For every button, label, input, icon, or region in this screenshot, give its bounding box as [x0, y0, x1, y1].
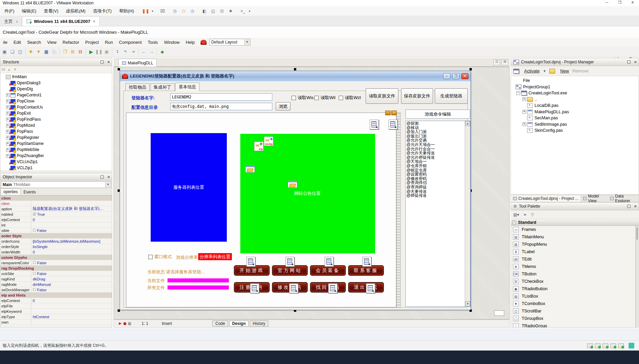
delphi-menu-item[interactable]: Refactor [60, 39, 82, 46]
sep[interactable] [155, 7, 158, 15]
move-down-icon[interactable]: ▼ [13, 67, 17, 72]
palette-item[interactable]: ▤ TMainMenu [511, 233, 635, 241]
close-icon[interactable]: ✕ [107, 175, 110, 179]
new-item-icon[interactable]: ✚ [27, 48, 35, 56]
cursor-icon[interactable]: ➢ [523, 212, 527, 217]
game-button[interactable]: 联系客服 [348, 265, 384, 276]
delphi-menu-item[interactable]: Tools [145, 39, 161, 46]
game-button[interactable]: 官方网站 [272, 265, 308, 276]
property-row[interactable]: order Style [0, 233, 112, 239]
game-button[interactable]: 会员装备 [310, 265, 346, 276]
config-dir-input[interactable]: 包含config.dat, main.png [170, 103, 272, 110]
structure-tree-item[interactable]: VCLUnZip1 [0, 159, 112, 165]
expand-icon[interactable] [522, 129, 526, 132]
palette-category-standard[interactable]: Standard [511, 219, 639, 226]
open-dialog-component-icon[interactable] [245, 165, 255, 173]
dock-toggle-icon[interactable]: ⊡ [493, 59, 500, 65]
structure-tree-item[interactable]: VCLZip1 [0, 165, 112, 170]
open-file-icon[interactable]: ▼ [35, 48, 42, 56]
palette-item[interactable]: ab TEdit [511, 255, 635, 263]
resolution-list-badge[interactable]: 分辨率列表位置 [198, 253, 232, 260]
project-tree-item[interactable]: SecMan.pas [511, 115, 639, 121]
property-row[interactable]: elpKeyword [0, 309, 112, 314]
vclzip-component-icon[interactable]: ⫘ ✚ Zip [254, 142, 264, 151]
property-row[interactable]: orderWidth 0 [0, 249, 112, 255]
close-icon[interactable]: ✕ [107, 60, 110, 64]
structure-tree-item[interactable]: OpenDialog3 [0, 80, 112, 86]
pin-icon[interactable] [100, 60, 104, 64]
maximize-button[interactable]: ❐ [615, 0, 625, 6]
structure-tree-item[interactable]: frmMain [0, 74, 112, 80]
expand-icon[interactable] [522, 110, 526, 114]
game-button[interactable]: 开始游戏 [234, 265, 270, 276]
scrollbox-scrollbar[interactable] [396, 113, 401, 307]
macro-stop-icon[interactable] [128, 322, 131, 325]
move-up-icon[interactable]: ▲ [7, 67, 11, 72]
skin-action-button[interactable]: 保存皮肤文件 [401, 88, 433, 104]
structure-tree-item[interactable]: PopMized [0, 122, 112, 128]
command-list-item[interactable]: @探测 [406, 121, 470, 126]
sep[interactable] [155, 48, 158, 56]
vmware-menu-item[interactable]: 虚拟机(M) [63, 7, 89, 15]
form-close-button[interactable]: ✕ [461, 73, 468, 79]
vmware-menu-item[interactable]: 件(F) [1, 7, 18, 15]
property-row[interactable]: ustom Glyphs [0, 255, 112, 260]
message-log-icon[interactable] [629, 343, 634, 348]
property-row[interactable]: elpContext 0 [0, 217, 112, 222]
structure-tree-item[interactable]: PopClose [0, 98, 112, 104]
palette-item[interactable]: ≣ TMemo [511, 263, 635, 270]
palette-item[interactable]: ▥ TPopupMenu [511, 241, 635, 248]
scroll-up-icon[interactable]: ▲ [465, 121, 470, 126]
pause-dropdown-caret[interactable]: ▾ [150, 7, 154, 15]
trace-into-icon[interactable]: ↧ [114, 48, 121, 56]
checkbox-icon[interactable] [314, 96, 319, 100]
filter-icon[interactable]: ▽ [531, 212, 534, 217]
command-list-item[interactable]: @设置密码 [406, 172, 470, 177]
project-tree-item[interactable]: SetBtnImage.pas [511, 121, 639, 128]
read-file-checkbox[interactable]: 读取Wzl [339, 95, 361, 101]
delphi-menu-item[interactable]: Project [82, 39, 102, 46]
remove-button[interactable]: Remove [572, 68, 588, 73]
login-name-input[interactable]: LEGENDM2 [170, 93, 272, 101]
chevron-down-icon[interactable]: ▼ [543, 69, 546, 73]
window-list-icon[interactable]: ▣ [1, 48, 8, 56]
minimize-button[interactable]: ─ [602, 0, 612, 6]
palette-item[interactable]: A TLabel [511, 248, 635, 255]
tab-project-manager[interactable]: CreateLoginTool.dproj - Project ... [511, 195, 581, 202]
open-project-icon[interactable]: ❐ [61, 48, 69, 56]
game-button[interactable]: 找回密码 [310, 282, 346, 293]
collapse-icon[interactable] [512, 220, 516, 224]
listbox-scrollbar[interactable]: ▲ ▼ [465, 121, 470, 306]
save-icon[interactable]: ▦ [42, 48, 50, 56]
browse-button[interactable]: 浏览 [276, 102, 291, 111]
property-row[interactable]: aption 陆器配置器(自定义皮肤 和 登陆器名字)… [0, 206, 112, 212]
layout-combo[interactable]: Default Layout▼ [209, 39, 250, 46]
skin-close-icon[interactable]: ✕ [391, 111, 397, 115]
palette-item[interactable]: ◉ TRadioButton [511, 285, 635, 293]
property-row[interactable]: rag Drop/Docking [0, 266, 112, 271]
expand-icon[interactable] [1, 75, 5, 79]
delphi-menu-item[interactable]: Search [24, 39, 44, 46]
notice-panel[interactable]: 网站公告位置 [240, 134, 375, 253]
property-row[interactable]: elpType htContext [0, 314, 112, 320]
read-file-checkbox[interactable]: 读取Wis [292, 95, 314, 101]
checkbox-icon[interactable] [339, 96, 343, 100]
project-tree-item[interactable]: MakePlugDLL.pas [511, 109, 639, 115]
pin-icon[interactable] [627, 60, 631, 64]
show-library-icon[interactable]: ◧ [200, 7, 208, 15]
structure-tree-item[interactable]: OpenDlg [0, 86, 112, 92]
tab-design[interactable]: Design [229, 321, 249, 327]
run-button-icon[interactable]: ▶ [87, 48, 95, 56]
hard-disk-device-icon[interactable] [587, 343, 593, 348]
paste-component-icon[interactable] [285, 257, 295, 267]
package-icon[interactable]: ◆ [158, 48, 166, 56]
delphi-menu-item[interactable]: Component [116, 39, 145, 46]
delphi-menu-item[interactable]: Window [161, 39, 183, 46]
structure-tree-item[interactable]: PopExit [0, 110, 112, 116]
designer-grip-box[interactable] [494, 310, 504, 316]
form-caption-bar[interactable]: LEGENDM2登陆器配置器(自定义皮肤 和 登陆器名字) ─ ❐ ✕ [120, 71, 470, 81]
vmware-menu-item[interactable]: 查看(V) [41, 7, 61, 15]
form-maximize-button[interactable]: ❐ [452, 73, 459, 79]
manage-snapshots-icon[interactable]: ◷ [188, 7, 196, 15]
property-row[interactable]: nabled True [0, 212, 112, 217]
